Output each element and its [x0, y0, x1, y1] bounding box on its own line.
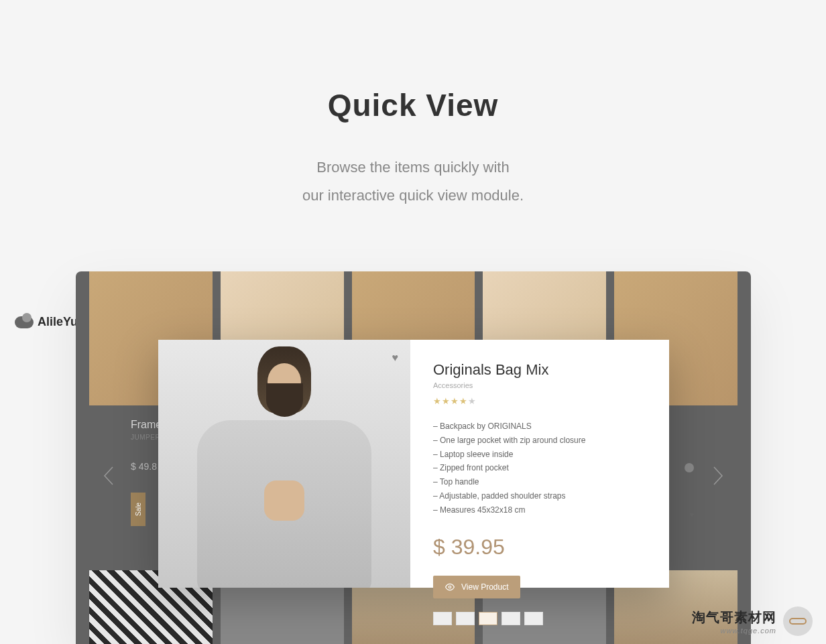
rating-stars: ★★★★★	[433, 396, 646, 406]
footer-brand: 淘气哥素材网	[692, 608, 776, 627]
thumbnail[interactable]	[501, 612, 520, 625]
modal-details: Originals Bag Mix Accessories ★★★★★ – Ba…	[410, 340, 669, 588]
page-subtitle: Browse the items quickly with our intera…	[0, 153, 826, 210]
subtitle-line-1: Browse the items quickly with	[316, 159, 509, 176]
feature-item: – Measures 45x32x18 cm	[433, 505, 646, 516]
star-icon: ★	[433, 396, 442, 406]
star-icon: ★	[459, 396, 468, 406]
footer-watermark: 淘气哥素材网 www.tqge.com	[692, 606, 813, 636]
favorite-icon[interactable]: ♥	[392, 352, 399, 364]
model-figure	[190, 346, 378, 588]
quick-view-modal: ♥ Originals Bag Mix Accessories ★★★★★ – …	[158, 340, 669, 588]
modal-product-image: ♥	[158, 340, 410, 588]
page-title: Quick View	[0, 87, 826, 123]
feature-item: – Backpack by ORIGINALS	[433, 421, 646, 432]
star-icon: ★	[468, 396, 477, 406]
view-product-button[interactable]: View Product	[433, 576, 520, 598]
footer-url: www.tqge.com	[692, 627, 776, 635]
subtitle-line-2: our interactive quick view module.	[302, 187, 524, 204]
star-icon: ★	[451, 396, 459, 406]
feature-item: – Top handle	[433, 476, 646, 488]
view-button-label: View Product	[461, 582, 508, 592]
feature-item: – Laptop sleeve inside	[433, 449, 646, 460]
modal-price: $ 39.95	[433, 535, 646, 560]
glasses-icon	[789, 618, 807, 625]
thumbnail-row	[433, 612, 646, 625]
cloud-icon	[15, 316, 34, 328]
star-icon: ★	[442, 396, 451, 406]
thumbnail[interactable]	[524, 612, 543, 625]
close-icon[interactable]	[685, 463, 694, 472]
thumbnail[interactable]	[456, 612, 475, 625]
header-area: Quick View Browse the items quickly with…	[0, 0, 826, 210]
feature-item: – Adjustable, padded shoulder straps	[433, 491, 646, 502]
eye-icon	[445, 582, 455, 592]
carousel-next-icon[interactable]	[711, 466, 724, 486]
sale-badge: Sale	[131, 493, 145, 526]
thumbnail[interactable]	[479, 612, 497, 625]
wishlist-icon[interactable]: ♥	[689, 510, 694, 519]
carousel-prev-icon[interactable]	[103, 466, 116, 486]
modal-product-category: Accessories	[433, 381, 646, 389]
feature-item: – Zipped front pocket	[433, 462, 646, 474]
brand-watermark: AlileYun	[15, 315, 85, 329]
feature-item: – One large pocket with zip around closu…	[433, 435, 646, 446]
footer-avatar-icon	[783, 606, 813, 636]
thumbnail[interactable]	[433, 612, 452, 625]
svg-point-0	[449, 586, 451, 588]
modal-product-title: Originals Bag Mix	[433, 361, 646, 379]
feature-list: – Backpack by ORIGINALS – One large pock…	[433, 421, 646, 516]
